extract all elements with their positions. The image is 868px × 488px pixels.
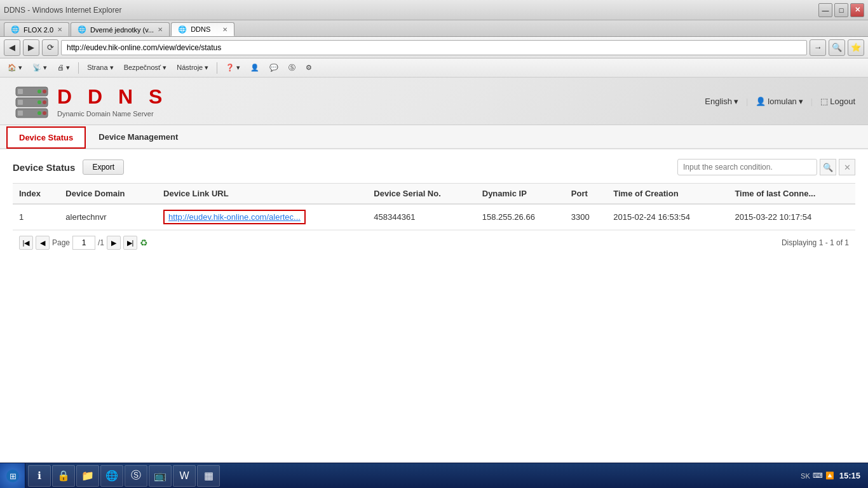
taskbar-security-icon[interactable]: 🔒 bbox=[52, 465, 75, 487]
search-nav-button[interactable]: 🔍 bbox=[829, 39, 845, 56]
svg-rect-9 bbox=[18, 111, 23, 116]
tab-device-status[interactable]: Device Status bbox=[6, 126, 86, 149]
page-first-button[interactable]: |◀ bbox=[19, 236, 33, 250]
window-controls[interactable]: — □ ✕ bbox=[818, 3, 864, 17]
tab-close-icon[interactable]: ✕ bbox=[158, 26, 163, 33]
ddns-title-area: D D N S Dynamic Domain Name Server bbox=[57, 85, 167, 118]
tab-device-management[interactable]: Device Management bbox=[86, 126, 191, 148]
favorites-button[interactable]: ⭐ bbox=[848, 39, 864, 56]
nav-tabs: Device Status Device Management bbox=[0, 125, 868, 149]
go-button[interactable]: → bbox=[810, 39, 826, 56]
cell-device-domain: alertechnvr bbox=[59, 204, 157, 230]
cell-device-link-url: http://eudev.hik-online.com/alertec... bbox=[157, 204, 367, 230]
minimize-button[interactable]: — bbox=[818, 3, 832, 17]
refresh-button[interactable]: ⟳ bbox=[42, 39, 58, 56]
header-sep2: | bbox=[811, 97, 813, 106]
user-dropdown-icon: ▾ bbox=[799, 97, 803, 106]
col-time-last-conn: Time of last Conne... bbox=[728, 184, 855, 205]
tab-device-management-label: Device Management bbox=[98, 132, 178, 142]
taskbar-keyboard-icon: ⌨ bbox=[813, 471, 823, 480]
taskbar-misc-icon[interactable]: ▦ bbox=[197, 465, 220, 487]
svg-point-7 bbox=[43, 100, 46, 104]
taskbar-network-icon: 🔼 bbox=[825, 471, 834, 480]
tab-close-icon[interactable]: ✕ bbox=[57, 26, 62, 33]
data-table: Index Device Domain Device Link URL Devi… bbox=[13, 183, 855, 230]
logo-area: D D N S Dynamic Domain Name Server bbox=[13, 84, 167, 119]
user-icon-btn[interactable]: 👤 bbox=[247, 62, 263, 73]
logout-icon: ⬚ bbox=[820, 97, 828, 106]
user-label: lomulan bbox=[768, 97, 797, 106]
toolbar-separator bbox=[217, 62, 217, 74]
print-button[interactable]: 🖨 ▾ bbox=[53, 62, 74, 73]
page-prev-button[interactable]: ◀ bbox=[36, 236, 50, 250]
svg-rect-1 bbox=[18, 89, 23, 94]
section-title: Device Status bbox=[13, 162, 75, 173]
start-button[interactable]: ⊞ bbox=[0, 463, 25, 489]
page-label: Page bbox=[52, 238, 70, 247]
col-port: Port bbox=[565, 184, 607, 205]
back-button[interactable]: ◀ bbox=[4, 39, 20, 56]
page-next-button[interactable]: ▶ bbox=[107, 236, 121, 250]
help-button[interactable]: ❓ ▾ bbox=[222, 62, 244, 73]
page-content: D D N S Dynamic Domain Name Server Engli… bbox=[0, 78, 868, 264]
taskbar-folder-icon[interactable]: 📁 bbox=[76, 465, 99, 487]
tab-close-icon[interactable]: ✕ bbox=[222, 26, 227, 33]
taskbar: ⊞ ℹ 🔒 📁 🌐 Ⓢ 📺 W ▦ SK ⌨ 🔼 15:15 bbox=[0, 463, 868, 488]
lang-label: English bbox=[705, 97, 732, 106]
tools-button[interactable]: Nástroje ▾ bbox=[173, 62, 212, 73]
tab-device-status-label: Device Status bbox=[19, 133, 73, 142]
search-button[interactable]: 🔍 bbox=[820, 159, 836, 175]
cell-time-creation: 2015-02-24 16:53:54 bbox=[607, 204, 728, 230]
taskbar-word-icon[interactable]: W bbox=[173, 465, 196, 487]
tab-ddns[interactable]: 🌐 DDNS ✕ bbox=[171, 22, 234, 36]
settings-button[interactable]: ⚙ bbox=[302, 62, 316, 73]
forward-button[interactable]: ▶ bbox=[23, 39, 39, 56]
col-device-domain: Device Domain bbox=[59, 184, 157, 205]
section-header: Device Status Export 🔍 ✕ bbox=[13, 159, 855, 175]
tab-flox[interactable]: 🌐 FLOX 2.0 ✕ bbox=[4, 22, 69, 36]
skype-button[interactable]: Ⓢ bbox=[285, 62, 299, 74]
ddns-subtitle: Dynamic Domain Name Server bbox=[57, 110, 167, 118]
ddns-header: D D N S Dynamic Domain Name Server Engli… bbox=[0, 78, 868, 125]
home-button[interactable]: 🏠 ▾ bbox=[4, 62, 26, 73]
tab-dverne[interactable]: 🌐 Dverné jednotky (v... ✕ bbox=[71, 22, 170, 36]
col-dynamic-ip: Dynamic IP bbox=[476, 184, 565, 205]
col-index: Index bbox=[13, 184, 59, 205]
logout-button[interactable]: ⬚ Logout bbox=[820, 97, 855, 106]
taskbar-ie-icon[interactable]: 🌐 bbox=[100, 465, 123, 487]
page-button[interactable]: Strana ▾ bbox=[83, 62, 117, 73]
tab-label: FLOX 2.0 bbox=[24, 26, 53, 34]
tabs-bar: 🌐 FLOX 2.0 ✕ 🌐 Dverné jednotky (v... ✕ 🌐… bbox=[0, 20, 868, 37]
user-button[interactable]: 👤 lomulan ▾ bbox=[756, 97, 803, 106]
search-area: 🔍 ✕ bbox=[677, 159, 855, 175]
search-input[interactable] bbox=[677, 159, 817, 175]
svg-point-11 bbox=[43, 111, 46, 115]
taskbar-sys-icons: SK ⌨ 🔼 bbox=[801, 471, 834, 480]
table-row: 1 alertechnvr http://eudev.hik-online.co… bbox=[13, 204, 855, 230]
clear-search-button[interactable]: ✕ bbox=[839, 159, 855, 175]
taskbar-media-icon[interactable]: 📺 bbox=[149, 465, 172, 487]
svg-text:⊞: ⊞ bbox=[9, 471, 16, 481]
lang-dropdown-icon: ▾ bbox=[734, 97, 738, 106]
export-button[interactable]: Export bbox=[83, 159, 124, 175]
logout-label: Logout bbox=[830, 97, 855, 106]
security-button[interactable]: Bezpečnosť ▾ bbox=[120, 62, 171, 73]
browser-titlebar: DDNS - Windows Internet Explorer — □ ✕ bbox=[0, 0, 868, 20]
close-button[interactable]: ✕ bbox=[850, 3, 864, 17]
address-bar[interactable] bbox=[61, 40, 807, 55]
taskbar-skype-icon[interactable]: Ⓢ bbox=[125, 465, 147, 487]
language-button[interactable]: English ▾ bbox=[705, 97, 738, 106]
taskbar-info-icon[interactable]: ℹ bbox=[28, 465, 51, 487]
page-number-input[interactable] bbox=[72, 236, 95, 250]
cell-dynamic-ip: 158.255.26.66 bbox=[476, 204, 565, 230]
chat-button[interactable]: 💬 bbox=[266, 62, 282, 73]
col-serial-no: Device Serial No. bbox=[367, 184, 475, 205]
refresh-icon[interactable]: ♻ bbox=[140, 238, 148, 248]
header-sep1: | bbox=[746, 97, 748, 106]
device-link-url[interactable]: http://eudev.hik-online.com/alertec... bbox=[168, 212, 301, 222]
page-last-button[interactable]: ▶| bbox=[123, 236, 137, 250]
pagination-bar: |◀ ◀ Page /1 ▶ ▶| ♻ Displaying 1 - 1 of … bbox=[13, 230, 855, 255]
rss-button[interactable]: 📡 ▾ bbox=[29, 62, 51, 73]
titlebar-left: DDNS - Windows Internet Explorer bbox=[4, 6, 121, 15]
maximize-button[interactable]: □ bbox=[834, 3, 848, 17]
